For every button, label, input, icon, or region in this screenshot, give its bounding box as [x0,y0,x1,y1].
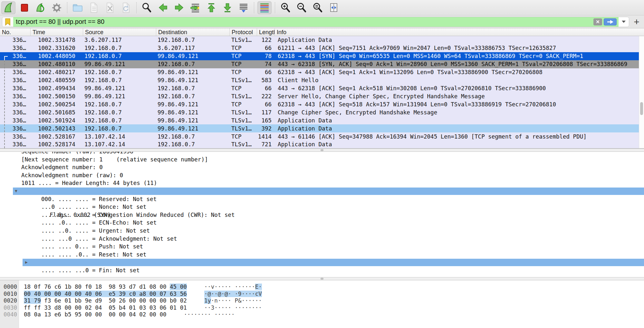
reload-file-button[interactable] [119,1,133,14]
detail-row[interactable]: .... .0.. .... = ECN-Echo: Not set [0,219,644,227]
hex-row[interactable]: 001000 40 00 00 40 00 40 06 e5 39 c0 a8 … [0,291,644,298]
detail-row[interactable]: ...0 .... .... = Nonce: Not set [0,203,644,211]
cell-info: 62318 → 443 [ACK] Seq=518 Ack=157 Win=13… [275,101,644,108]
scrollbar-thumb[interactable] [640,102,643,115]
table-row[interactable]: 336…1002.52817413.107.42.14192.168.0.7TL… [0,140,644,149]
cell-destination: 192.168.0.7 [156,37,230,43]
column-header-destination[interactable]: Destination [156,28,230,36]
column-header-protocol[interactable]: Protocol [230,28,257,36]
table-row[interactable]: 336…1002.480217192.168.0.799.86.49.121TC… [0,68,644,76]
table-row[interactable]: 336…1002.502143192.168.0.799.86.49.121TL… [0,124,644,132]
table-row[interactable]: 336…1002.501685192.168.0.799.86.49.121TL… [0,108,644,116]
detail-row-syn-highlighted[interactable]: ▶ .... .... ..1. = Syn: Set [0,258,644,266]
column-header-length[interactable]: Length [257,28,275,36]
filter-add-button[interactable]: + [631,17,642,27]
column-header-info[interactable]: Info [275,28,644,36]
packet-list-scrollbar[interactable] [639,36,644,148]
cell-source: 13.107.42.14 [83,133,156,140]
pane-splitter-top[interactable] [0,149,644,152]
go-forward-button[interactable] [172,1,186,14]
go-back-button[interactable] [156,1,170,14]
cell-info: Client Hello [275,77,644,83]
go-to-packet-button[interactable] [188,1,202,14]
table-row-selected[interactable]: 336…1002.448050192.168.0.799.86.49.121TC… [0,52,644,60]
hex-row[interactable]: 000018 0f 76 c6 1b 80 f0 18 98 93 d7 d1 … [0,284,644,291]
detail-row[interactable]: Acknowledgment number (raw): 0 [0,171,644,179]
close-file-button[interactable] [103,1,117,14]
capture-options-button[interactable] [50,1,64,14]
cell-source: 99.86.49.121 [83,93,156,100]
table-row[interactable]: 336…1002.480559192.168.0.799.86.49.121TL… [0,76,644,84]
zoom-in-button[interactable] [278,1,293,14]
expand-arrow-icon[interactable]: ▼ [15,187,17,195]
column-header-source[interactable]: Source [83,28,156,36]
detail-row-flags-selected[interactable]: ▼ Flags: 0x002 (SYN) [0,187,644,195]
display-filter-field[interactable]: tcp.port == 80 || udp.port == 80 ✕ [2,17,629,27]
hex-ascii: ··3····· ········ [204,304,262,312]
hex-row[interactable]: 004008 0a 13 e6 b5 95 00 00 00 00 04 02 … [0,311,644,318]
filter-clear-button[interactable]: ✕ [593,18,602,25]
table-row[interactable]: 336…1002.52816713.107.42.14192.168.0.7TC… [0,132,644,140]
apply-arrow-icon [607,20,614,24]
detail-row[interactable]: .... 0... .... = Congestion Window Reduc… [0,211,644,219]
go-first-packet-button[interactable] [204,1,218,14]
zoom-out-button[interactable] [294,1,309,14]
table-row[interactable]: 336…1002.49943499.86.49.121192.168.0.7TC… [0,84,644,92]
restart-capture-button[interactable] [34,1,48,14]
detail-row[interactable]: .... .... ...0 = Fin: Not set [0,266,644,275]
column-header-time[interactable]: Time [31,28,83,36]
detail-row[interactable]: .... ...0 .... = Acknowledgment: Not set [0,235,644,243]
table-row[interactable]: 336…1002.48011099.86.49.121192.168.0.7TC… [0,60,644,68]
auto-scroll-button[interactable] [236,1,251,14]
detail-row[interactable]: .... ..0. .... = Urgent: Not set [0,227,644,235]
hex-row[interactable]: 0030ff ff 33 d8 00 00 02 04 05 b4 01 03 … [0,304,644,312]
cell-protocol: TCP [230,53,257,59]
cell-info: Application Data [275,125,644,132]
detail-text: Sequence number (raw): 2665041958 [21,152,133,155]
go-last-packet-button[interactable] [220,1,235,14]
toolbar-separator [136,2,137,13]
pane-splitter-bottom[interactable] [0,277,644,280]
detail-text: .... .... .0.. = Reset: Not set [41,251,147,258]
detail-row[interactable]: Sequence number (raw): 2665041958 [0,152,644,156]
filter-input-area[interactable]: tcp.port == 80 || udp.port == 80 ✕ [13,17,619,27]
resize-columns-button[interactable] [327,1,341,14]
filter-apply-button[interactable] [604,18,617,25]
cell-length: 222 [257,93,275,100]
detail-row[interactable]: [Next sequence number: 1 (relative seque… [0,156,644,164]
filter-history-dropdown[interactable] [619,17,629,27]
table-row[interactable]: 336…1002.3314783.6.207.117192.168.0.7TLS… [0,36,644,44]
cell-length: 66 [257,69,275,75]
cell-no: 336… [0,37,31,43]
start-capture-button[interactable] [1,1,15,14]
colorize-packets-button[interactable] [257,1,272,14]
hex-offset: 0020 [0,297,19,304]
detail-row[interactable]: .... .... .0.. = Reset: Not set [0,251,644,259]
zoom-reset-button[interactable] [311,1,325,14]
cell-protocol: TCP [230,61,257,67]
table-row[interactable]: 336…1002.500254192.168.0.799.86.49.121TC… [0,100,644,108]
detail-row[interactable]: .... .... 0... = Push: Not set [0,243,644,251]
stop-capture-button[interactable] [17,1,32,14]
goto-lines-arrow-icon [189,2,201,14]
table-row[interactable]: 336…1002.501924192.168.0.799.86.49.121TL… [0,116,644,124]
hex-row[interactable]: 002031 79 f3 6e 01 bb 9e d9 50 26 00 00 … [0,297,644,304]
open-file-button[interactable] [71,1,85,14]
expand-arrow-icon[interactable]: ▶ [25,258,28,266]
cell-destination: 99.86.49.121 [156,53,230,59]
cell-destination: 192.168.0.7 [156,85,230,92]
find-packet-button[interactable] [140,1,154,14]
filter-expression[interactable]: tcp.port == 80 || udp.port == 80 [16,18,593,25]
detail-row[interactable]: 000. .... .... = Reserved: Not set [0,195,644,203]
cell-time: 1002.502143 [31,125,83,132]
table-row[interactable]: 336…1002.331620192.168.0.73.6.207.117TCP… [0,44,644,52]
filter-bookmark-button[interactable] [2,17,13,27]
detail-row[interactable]: 1011 .... = Header Length: 44 bytes (11) [0,179,644,187]
cell-protocol: TCP [230,85,257,92]
column-header-no[interactable]: No. [0,28,31,36]
save-file-button[interactable] [87,1,101,14]
detail-row[interactable]: Acknowledgment number: 0 [0,163,644,171]
table-row[interactable]: 336…1002.50015099.86.49.121192.168.0.7TL… [0,92,644,100]
hex-ascii: ··v····· ······E· [204,284,262,291]
cell-length: 165 [257,117,275,124]
